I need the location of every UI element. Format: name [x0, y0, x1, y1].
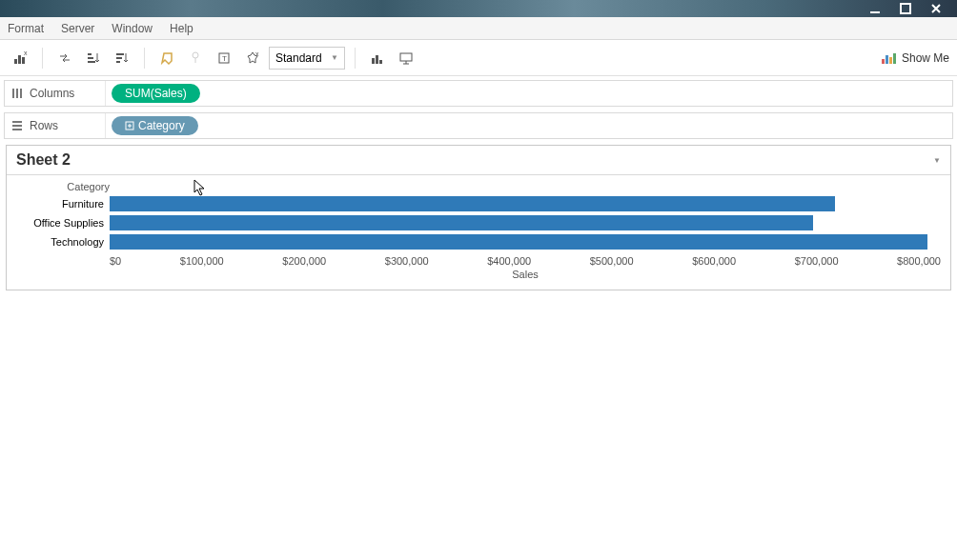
toolbar: x T x Standard ▼ Show Me	[0, 40, 957, 76]
sort-asc-icon[interactable]	[81, 46, 106, 70]
svg-text:x: x	[255, 50, 259, 57]
bar-office-supplies[interactable]	[110, 215, 813, 230]
svg-rect-4	[22, 57, 25, 64]
bar-furniture[interactable]	[110, 196, 835, 211]
chart-area[interactable]: Category Furniture Office Supplies Techn…	[7, 175, 950, 290]
menu-format[interactable]: Format	[8, 22, 44, 35]
sheet-title[interactable]: Sheet 2	[16, 151, 71, 169]
svg-rect-1	[901, 4, 910, 13]
svg-rect-10	[116, 57, 122, 59]
svg-rect-3	[18, 55, 21, 64]
rows-shelf-label: Rows	[5, 113, 106, 138]
svg-rect-0	[870, 11, 880, 13]
toolbar-separator	[144, 48, 145, 69]
highlight-icon[interactable]	[154, 46, 179, 70]
svg-rect-20	[882, 59, 885, 64]
svg-rect-26	[20, 89, 22, 98]
svg-rect-16	[372, 58, 375, 64]
svg-rect-21	[886, 55, 888, 64]
svg-rect-8	[88, 61, 95, 63]
svg-rect-7	[88, 57, 93, 59]
bar-row-furniture: Furniture	[16, 194, 941, 213]
swap-rows-columns-icon[interactable]	[52, 46, 77, 70]
category-header: Category	[16, 181, 110, 192]
svg-rect-22	[889, 57, 892, 64]
bar-label[interactable]: Furniture	[16, 198, 110, 210]
show-cards-icon[interactable]	[365, 46, 390, 70]
rows-icon	[10, 119, 24, 132]
toolbar-separator	[42, 48, 43, 69]
minimize-button[interactable]	[860, 1, 890, 16]
shelves: Columns SUM(Sales) Rows Category	[0, 76, 957, 139]
svg-rect-27	[12, 121, 22, 123]
sheet-menu-caret[interactable]: ▼	[933, 156, 941, 165]
bar-row-office-supplies: Office Supplies	[16, 213, 941, 232]
svg-rect-24	[12, 89, 14, 98]
viz-container: Sheet 2 ▼ Category Furniture Office Supp…	[0, 145, 957, 296]
bar-technology[interactable]	[110, 234, 927, 250]
label-icon[interactable]: T	[212, 46, 236, 70]
rows-pill-category[interactable]: Category	[112, 116, 198, 135]
menubar: Format Server Window Help	[0, 17, 957, 40]
columns-shelf[interactable]: Columns SUM(Sales)	[4, 80, 953, 107]
plus-icon	[125, 121, 134, 130]
maximize-button[interactable]	[890, 1, 921, 16]
bar-label[interactable]: Technology	[16, 236, 110, 248]
menu-help[interactable]: Help	[170, 22, 193, 35]
svg-rect-18	[379, 60, 382, 64]
svg-rect-23	[893, 53, 896, 64]
pin-icon[interactable]	[183, 46, 208, 70]
x-axis: $0 $100,000 $200,000 $300,000 $400,000 $…	[16, 255, 941, 267]
bar-row-technology: Technology	[16, 232, 941, 251]
show-me-button[interactable]: Show Me	[881, 50, 949, 66]
fit-dropdown[interactable]: Standard ▼	[269, 47, 345, 70]
sort-desc-icon[interactable]	[110, 46, 134, 70]
svg-text:x: x	[24, 50, 28, 56]
menu-server[interactable]: Server	[61, 22, 94, 35]
svg-rect-6	[88, 53, 92, 55]
sheet-title-row: Sheet 2 ▼	[7, 146, 950, 175]
svg-text:T: T	[222, 54, 227, 63]
rows-shelf[interactable]: Rows Category	[4, 112, 953, 139]
chart-type-icon[interactable]: x	[8, 46, 32, 70]
columns-pill-sum-sales[interactable]: SUM(Sales)	[112, 84, 200, 103]
svg-rect-9	[116, 53, 124, 55]
show-me-icon	[881, 50, 896, 66]
toolbar-separator	[355, 48, 356, 69]
bar-label[interactable]: Office Supplies	[16, 217, 110, 229]
svg-point-12	[193, 52, 198, 58]
window-titlebar	[0, 0, 957, 17]
show-me-label: Show Me	[902, 51, 949, 65]
svg-rect-19	[400, 53, 412, 61]
presentation-icon[interactable]	[394, 46, 418, 70]
clear-icon[interactable]: x	[240, 46, 265, 70]
svg-rect-17	[376, 55, 378, 64]
svg-rect-25	[16, 89, 18, 98]
svg-rect-11	[116, 61, 120, 63]
svg-rect-29	[12, 129, 22, 130]
menu-window[interactable]: Window	[112, 22, 153, 35]
x-axis-ticks: $0 $100,000 $200,000 $300,000 $400,000 $…	[110, 255, 941, 267]
columns-icon	[10, 87, 24, 100]
chevron-down-icon: ▼	[331, 53, 338, 62]
fit-dropdown-label: Standard	[275, 51, 322, 65]
x-axis-title: Sales	[110, 269, 941, 280]
svg-rect-28	[12, 125, 22, 127]
close-button[interactable]	[921, 1, 951, 16]
columns-shelf-label: Columns	[5, 81, 106, 106]
svg-rect-2	[14, 59, 17, 64]
